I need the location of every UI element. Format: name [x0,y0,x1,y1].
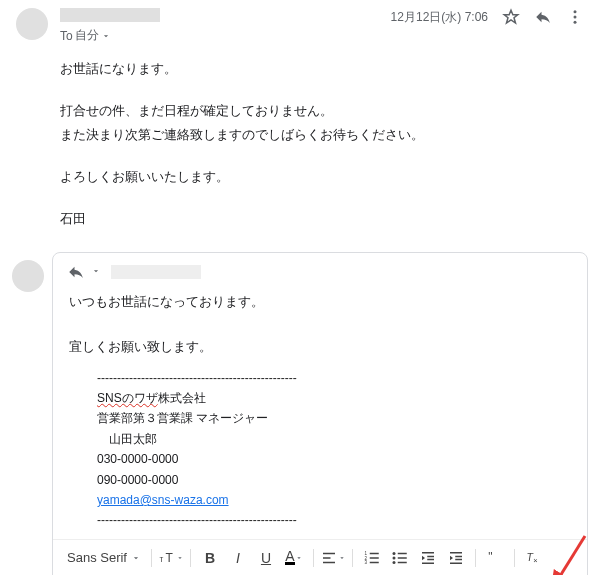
align-button[interactable] [320,546,346,570]
bullet-list-button[interactable] [387,546,413,570]
email-timestamp: 12月12日(水) 7:06 [391,9,488,26]
svg-text:×: × [533,555,537,564]
reply-icon[interactable] [534,8,552,26]
svg-point-8 [392,552,395,555]
chevron-down-icon[interactable] [91,266,101,278]
sender-name-redacted [60,8,160,22]
sig-dept: 営業部第３営業課 マネージャー [69,408,571,428]
body-line3: また決まり次第ご連絡致しますのでしばらくお待ちください。 [60,124,584,146]
font-family-label: Sans Serif [67,550,127,565]
body-line2: 打合せの件、まだ日程が確定しておりません。 [60,100,584,122]
sig-sep-top: ----------------------------------------… [69,368,571,388]
body-closing: よろしくお願いいたします。 [60,166,584,188]
font-family-select[interactable]: Sans Serif [63,546,145,570]
to-value: 自分 [75,27,99,44]
svg-text:T: T [165,551,173,565]
underline-button[interactable]: U [253,546,279,570]
svg-point-10 [392,561,395,564]
sig-name: 山田太郎 [69,429,571,449]
svg-point-0 [574,10,577,13]
svg-point-2 [574,21,577,24]
body-greeting: お世話になります。 [60,58,584,80]
quote-button[interactable]: " [482,546,508,570]
compose-recipient-redacted[interactable] [111,265,201,279]
star-icon[interactable] [502,8,520,26]
svg-point-1 [574,16,577,19]
sender-avatar [16,8,48,40]
sig-mobile: 090-0000-0000 [69,470,571,490]
sig-tel: 030-0000-0000 [69,449,571,469]
to-label: To [60,29,73,43]
indent-less-button[interactable] [415,546,441,570]
body-sign: 石田 [60,208,584,230]
compose-editor[interactable]: いつもお世話になっております。 宜しくお願い致します。 ------------… [53,287,587,538]
sig-email-link[interactable]: yamada@sns-waza.com [97,493,229,507]
svg-point-9 [392,556,395,559]
bold-button[interactable]: B [197,546,223,570]
compose-line2: 宜しくお願い致します。 [69,336,571,358]
format-toolbar: Sans Serif тT B I U A 123 [53,539,587,575]
sig-sep-bottom: ----------------------------------------… [69,510,571,530]
text-color-button[interactable]: A [281,546,307,570]
indent-more-button[interactable] [443,546,469,570]
numbered-list-button[interactable]: 123 [359,546,385,570]
chevron-down-icon [101,31,111,41]
compose-box: いつもお世話になっております。 宜しくお願い致します。 ------------… [52,252,588,575]
font-size-button[interactable]: тT [158,546,184,570]
compose-avatar [12,260,44,292]
svg-text:т: т [159,555,163,564]
svg-text:": " [488,550,492,564]
compose-line1: いつもお世話になっております。 [69,291,571,313]
clear-format-button[interactable]: T× [521,546,547,570]
chevron-down-icon [176,554,184,562]
sig-email: yamada@sns-waza.com [69,490,571,510]
italic-button[interactable]: I [225,546,251,570]
chevron-down-icon [131,553,141,563]
sig-company: SNSのワザ株式会社 [69,388,571,408]
chevron-down-icon [338,554,346,562]
recipient-dropdown[interactable]: To 自分 [60,27,111,44]
svg-text:3: 3 [364,560,367,565]
reply-type-button[interactable] [67,263,85,281]
more-icon[interactable] [566,8,584,26]
chevron-down-icon [295,554,303,562]
email-body: お世話になります。 打合せの件、まだ日程が確定しておりません。 また決まり次第ご… [0,52,600,252]
